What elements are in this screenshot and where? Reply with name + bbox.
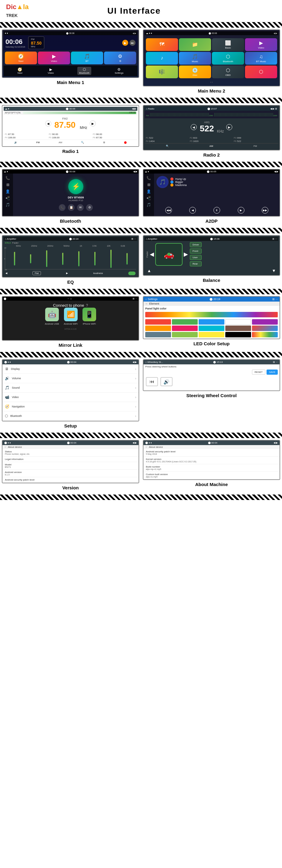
- app-files[interactable]: 📁: [179, 38, 211, 51]
- app-video2[interactable]: ▶Video: [245, 38, 277, 51]
- led-swatch-green[interactable]: [172, 319, 198, 324]
- led-swatch-purple[interactable]: [252, 319, 278, 324]
- led-swatch-white[interactable]: [225, 319, 251, 324]
- am-preset-p1[interactable]: P1 522: [146, 136, 189, 139]
- bt-contacts-icon[interactable]: 👤: [5, 189, 10, 193]
- eq-bar-150hz[interactable]: [30, 254, 31, 264]
- led-swatch-red[interactable]: [145, 319, 171, 324]
- bt-call-action[interactable]: 📞: [59, 204, 65, 211]
- steering-reset-button[interactable]: RESET: [252, 370, 265, 375]
- app-obd[interactable]: ⬡OBD: [212, 65, 244, 78]
- am-preset-p5[interactable]: P5 1620: [190, 140, 233, 143]
- a2dp-grid-icon[interactable]: ⊞: [147, 183, 150, 187]
- eq-bar-10k[interactable]: [111, 250, 112, 268]
- eq-bar-60hz[interactable]: [14, 252, 15, 266]
- eq-icon[interactable]: ⊞: [103, 141, 105, 144]
- bt-grid-icon[interactable]: ⊞: [6, 183, 9, 187]
- led-swatch-blue[interactable]: [199, 319, 224, 324]
- app-settings-icon[interactable]: ⚙⚙: [104, 52, 136, 64]
- play-button[interactable]: ▶: [122, 40, 128, 46]
- radio-next-btn[interactable]: ▶: [90, 120, 96, 126]
- bt-settings-action[interactable]: ⚙: [86, 204, 93, 211]
- nav-video[interactable]: ▶Video: [46, 67, 56, 75]
- steering-btn-2[interactable]: 🔊: [160, 377, 173, 386]
- led-swatch-cyan[interactable]: [199, 326, 224, 331]
- nav-navi[interactable]: 🧭Navi: [16, 67, 24, 75]
- app-disc[interactable]: 💿Disc: [179, 65, 211, 78]
- led-swatch-brown[interactable]: [225, 326, 251, 331]
- iphone-wifi-item[interactable]: 📱 iPhone WiFi: [83, 308, 96, 325]
- led-swatch-grey[interactable]: [145, 332, 171, 337]
- android-wifi-item[interactable]: 📶 Android WiFi: [64, 308, 77, 325]
- eq-loudness-toggle[interactable]: [128, 272, 135, 275]
- eq-bar-200hz[interactable]: [46, 250, 47, 267]
- preset-p5[interactable]: P5 108.00: [49, 136, 92, 139]
- search-icon[interactable]: 🔍: [81, 141, 84, 144]
- radio-2-next-btn[interactable]: ▶: [226, 124, 232, 130]
- setup-item-bluetooth[interactable]: ⬡ Bluetooth ›: [2, 411, 138, 421]
- a2dp-rewind-btn[interactable]: ◀: [189, 207, 196, 214]
- app-music3[interactable]: 🎼: [146, 65, 178, 78]
- balance-rear-btn[interactable]: Rear: [190, 261, 201, 267]
- bt-call-icon[interactable]: 📲: [5, 196, 10, 200]
- led-swatch-gradient[interactable]: [252, 326, 278, 331]
- bt-message-action[interactable]: ✉: [77, 204, 84, 211]
- setup-item-navigation[interactable]: 🧭 Navigation ›: [2, 402, 138, 411]
- a2dp-prev-btn[interactable]: ◀◀: [165, 207, 172, 214]
- a2dp-contacts-icon[interactable]: 👤: [147, 189, 151, 193]
- back-arrow-version[interactable]: ←: [4, 446, 7, 448]
- led-swatch-yellow[interactable]: [199, 332, 224, 337]
- steering-btn-1[interactable]: ⏮: [146, 377, 158, 386]
- setup-item-volume[interactable]: 🔊 Volume ›: [2, 374, 138, 383]
- am-preset-p6[interactable]: P6 522: [234, 140, 277, 143]
- am-preset-p4[interactable]: P4 1404: [146, 140, 189, 143]
- am-search-icon[interactable]: 🔍: [166, 145, 169, 148]
- android-usb-item[interactable]: 🤖 Android USB: [45, 308, 59, 325]
- fm-tab[interactable]: FM: [36, 141, 40, 144]
- preset-p3[interactable]: P3 98.00: [93, 133, 136, 135]
- app-navi[interactable]: 🧭Navi: [5, 52, 37, 64]
- app-bt[interactable]: 🎵BT: [71, 52, 103, 64]
- app-map[interactable]: 🗺: [146, 38, 178, 51]
- setup-item-display[interactable]: 🖥 Display ›: [2, 364, 138, 374]
- a2dp-play-btn[interactable]: ▶: [238, 207, 244, 214]
- eq-back-btn[interactable]: ◀: [5, 272, 7, 275]
- balance-left-arrow[interactable]: ◀: [150, 251, 154, 257]
- led-swatch-pink[interactable]: [172, 326, 198, 331]
- eq-bar-35k[interactable]: [94, 252, 96, 266]
- eq-bar-sub[interactable]: [126, 253, 128, 265]
- balance-down-arrow[interactable]: ▼: [272, 268, 276, 273]
- am-tab[interactable]: AM: [59, 141, 62, 144]
- balance-right-arrow[interactable]: ▶: [184, 251, 188, 257]
- back-arrow-icon[interactable]: ←: [145, 302, 148, 305]
- skip-button[interactable]: ⏭: [129, 40, 135, 46]
- balance-user-btn[interactable]: User: [190, 255, 201, 260]
- app-btmusic[interactable]: ♫BT Music: [245, 52, 277, 65]
- preset-p6[interactable]: P6 87.50: [93, 136, 136, 139]
- nav-settings[interactable]: ⚙Settings: [113, 67, 125, 75]
- am-tab-active[interactable]: AM: [209, 145, 213, 148]
- a2dp-pause-btn[interactable]: ⏸: [214, 207, 220, 214]
- app-basic[interactable]: ⬜Basic: [212, 38, 244, 51]
- steering-save-button[interactable]: SAVE: [267, 370, 278, 375]
- a2dp-phone-icon[interactable]: 📞: [147, 176, 151, 180]
- led-swatch-orange[interactable]: [145, 326, 171, 331]
- led-swatch-black[interactable]: [225, 332, 251, 337]
- fm-tab-2[interactable]: FM: [253, 145, 257, 148]
- bt-contacts-action[interactable]: 📋: [68, 204, 74, 211]
- eq-bar-1k[interactable]: [78, 251, 80, 267]
- am-preset-p3[interactable]: P3 999: [234, 136, 277, 139]
- eq-bar-500hz[interactable]: [62, 253, 63, 265]
- eq-forward-btn[interactable]: ▶: [66, 272, 68, 275]
- bt-music-sidebar-icon[interactable]: 🎵: [5, 203, 10, 207]
- radio-2-prev-btn[interactable]: ◀: [191, 124, 197, 130]
- balance-driver-btn[interactable]: Driver: [190, 242, 201, 247]
- led-swatch-rainbow[interactable]: [252, 332, 278, 337]
- a2dp-call-icon[interactable]: 📲: [147, 196, 151, 200]
- led-swatch-lime[interactable]: [172, 332, 198, 337]
- app-video[interactable]: ▶Video: [38, 52, 70, 64]
- app-bluetooth2[interactable]: ⬡Bluetooth: [212, 52, 244, 65]
- setup-item-video[interactable]: 📹 Video ›: [2, 393, 138, 402]
- preset-p4[interactable]: P4 106.00: [5, 136, 48, 139]
- back-arrow-about[interactable]: ←: [145, 446, 148, 448]
